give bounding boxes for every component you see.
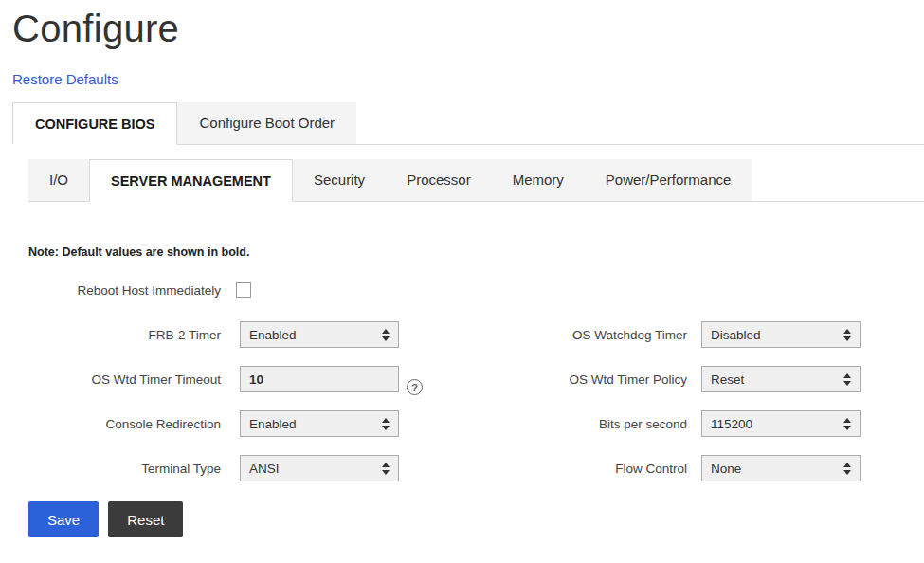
os-wtd-timer-policy-label: OS Wtd Timer Policy [423,372,687,387]
updown-arrows-icon [843,418,851,430]
os-watchdog-timer-value: Disabled [711,328,761,342]
restore-defaults-link[interactable]: Restore Defaults [12,71,118,87]
bits-per-second-value: 115200 [711,417,752,431]
form-actions: Save Reset [28,501,924,537]
reboot-host-immediately-checkbox[interactable] [236,282,251,298]
os-watchdog-timer-select[interactable]: Disabled [701,321,861,348]
updown-arrows-icon [382,463,390,475]
row-console-bits: Console Redirection Enabled Bits per sec… [28,410,924,437]
default-values-note: Note: Default values are shown in bold. [28,245,924,259]
help-icon[interactable]: ? [407,379,423,395]
reset-button[interactable]: Reset [108,501,183,537]
os-watchdog-timer-label: OS Watchdog Timer [399,328,687,342]
tab-configure-bios[interactable]: CONFIGURE BIOS [12,102,177,145]
frb2-timer-select[interactable]: Enabled [240,321,399,348]
terminal-type-value: ANSI [249,462,280,476]
os-wtd-timer-policy-value: Reset [711,372,744,387]
page-title: Configure [12,8,924,50]
flow-control-value: None [711,462,741,476]
terminal-type-select[interactable]: ANSI [240,455,399,481]
frb2-timer-label: FRB-2 Timer [28,328,221,342]
row-reboot-host: Reboot Host Immediately [28,277,924,303]
save-button[interactable]: Save [28,501,99,537]
updown-arrows-icon [382,329,390,341]
tab-configure-boot-order[interactable]: Configure Boot Order [177,102,356,144]
tab-memory[interactable]: Memory [492,159,585,201]
tab-processor[interactable]: Processor [386,159,492,201]
tab-power-performance[interactable]: Power/Performance [585,159,752,201]
bios-settings-form: Reboot Host Immediately FRB-2 Timer Enab… [28,277,924,481]
bits-per-second-label: Bits per second [399,417,687,431]
os-wtd-timer-timeout-label: OS Wtd Timer Timeout [28,372,221,387]
terminal-type-label: Terminal Type [28,462,221,476]
tab-server-management[interactable]: SERVER MANAGEMENT [89,159,293,202]
console-redirection-label: Console Redirection [28,417,221,431]
sub-tab-bar: I/O SERVER MANAGEMENT Security Processor… [28,159,924,202]
row-timeout-policy: OS Wtd Timer Timeout ? OS Wtd Timer Poli… [28,366,924,392]
flow-control-select[interactable]: None [701,455,861,481]
row-terminal-flow: Terminal Type ANSI Flow Control None [28,455,924,481]
console-redirection-value: Enabled [249,417,297,431]
row-frb2-watchdog: FRB-2 Timer Enabled OS Watchdog Timer Di… [28,321,924,348]
flow-control-label: Flow Control [399,462,687,476]
updown-arrows-icon [382,418,390,430]
console-redirection-select[interactable]: Enabled [240,410,399,437]
os-wtd-timer-policy-select[interactable]: Reset [701,366,861,392]
tab-security[interactable]: Security [293,159,386,201]
tab-io[interactable]: I/O [28,159,89,201]
bits-per-second-select[interactable]: 115200 [701,410,861,437]
updown-arrows-icon [843,373,851,386]
main-tab-bar: CONFIGURE BIOS Configure Boot Order [12,102,924,145]
reboot-host-immediately-label: Reboot Host Immediately [28,283,221,298]
updown-arrows-icon [843,463,851,475]
frb2-timer-value: Enabled [249,328,297,342]
updown-arrows-icon [843,329,851,341]
os-wtd-timer-timeout-input[interactable] [240,366,399,392]
